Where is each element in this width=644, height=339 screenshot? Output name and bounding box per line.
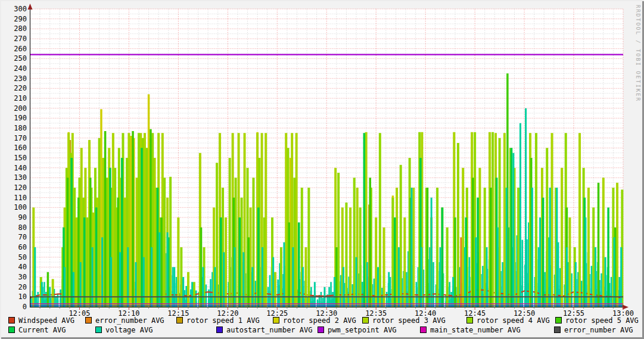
y-tick-label: 120 (14, 184, 27, 192)
legend-label: rotor speed 4 AVG (477, 316, 550, 325)
y-tick-label: 190 (14, 114, 27, 122)
legend-item-pwm_setpoint: pwm_setpoint AVG (318, 326, 397, 334)
legend-swatch-current (8, 326, 15, 333)
y-tick-label: 160 (14, 144, 27, 152)
y-tick-label: 280 (14, 24, 27, 33)
legend-swatch-rotor_speed_4 (466, 317, 473, 324)
legend-label: rotor speed 5 AVG (565, 316, 639, 325)
legend-item-voltage: voltage AVG (95, 326, 153, 334)
legend-item-rotor_speed_4: rotor speed 4 AVG (466, 317, 550, 325)
legend-item-rotor_speed_5: rotor speed 5 AVG (555, 317, 639, 325)
legend-item-current: Current AVG (8, 326, 66, 334)
legend-swatch-main_state_number (420, 326, 427, 333)
legend-item-rotor_speed_2: rotor speed 2 AVG (273, 317, 356, 325)
y-tick-label: 30 (18, 273, 27, 281)
y-tick-label: 230 (14, 74, 27, 83)
rrdtool-graph: 0102030405060708090100110120130140150160… (0, 0, 644, 339)
legend-item-rotor_speed_3: rotor speed 3 AVG (362, 317, 446, 325)
y-tick-label: 40 (18, 263, 27, 271)
y-tick-label: 150 (14, 154, 27, 162)
y-tick-label: 260 (14, 45, 27, 53)
y-tick-label: 250 (14, 54, 27, 63)
legend-label: main_state_number AVG (430, 326, 521, 334)
y-tick-label: 130 (14, 173, 27, 182)
legend-label: error_number AVG (95, 316, 164, 325)
y-axis-arrow (28, 4, 33, 10)
y-tick-label: 210 (14, 94, 27, 102)
legend-label: voltage AVG (105, 326, 153, 334)
legend-label: rotor speed 1 AVG (186, 316, 260, 325)
legend-label: rotor speed 3 AVG (372, 316, 446, 325)
legend-swatch-pwm_setpoint (318, 326, 324, 333)
legend-swatch-rotor_speed_1 (176, 317, 183, 324)
y-tick-label: 300 (14, 5, 27, 13)
legend-swatch-windspeed (8, 317, 15, 324)
y-tick-label: 200 (14, 104, 27, 113)
y-tick-label: 0 (23, 303, 27, 311)
legend-item-windspeed: Windspeed AVG (8, 317, 74, 325)
y-tick-label: 90 (18, 213, 27, 222)
legend-item-error_number: error_number AVG (85, 317, 164, 325)
y-tick-label: 180 (14, 124, 27, 132)
rrdtool-watermark: RRDTOOL / TOBI OETIKER (635, 5, 641, 102)
y-tick-label: 110 (14, 194, 27, 202)
legend-item-error_number_2: error_number AVG (554, 326, 633, 334)
timeseries-plot: 0102030405060708090100110120130140150160… (0, 0, 644, 339)
legend-item-rotor_speed_1: rotor speed 1 AVG (176, 317, 260, 325)
legend-swatch-autostart_number (216, 326, 223, 333)
legend-swatch-rotor_speed_3 (362, 317, 369, 324)
legend-swatch-error_number_2 (554, 326, 561, 333)
y-tick-label: 70 (18, 233, 27, 241)
y-tick-label: 100 (14, 203, 27, 212)
legend-label: pwm_setpoint AVG (328, 326, 397, 334)
legend-swatch-voltage (95, 326, 102, 333)
y-tick-label: 240 (14, 64, 27, 73)
y-tick-label: 80 (18, 223, 27, 232)
y-tick-label: 20 (18, 283, 27, 291)
legend-item-autostart_number: autostart_number AVG (216, 326, 313, 334)
y-tick-label: 10 (18, 293, 27, 301)
y-tick-label: 220 (14, 84, 27, 92)
y-tick-label: 140 (14, 164, 27, 172)
y-tick-label: 50 (18, 253, 27, 262)
legend-label: autostart_number AVG (226, 326, 313, 334)
legend-label: Current AVG (18, 326, 66, 334)
legend-swatch-rotor_speed_2 (273, 317, 279, 324)
legend-label: Windspeed AVG (18, 316, 74, 325)
legend-item-main_state_number: main_state_number AVG (420, 326, 521, 334)
y-axis-labels: 0102030405060708090100110120130140150160… (14, 5, 27, 311)
y-tick-label: 170 (14, 134, 27, 142)
legend-label: error_number AVG (564, 326, 633, 334)
legend-swatch-error_number (85, 317, 92, 324)
y-tick-label: 270 (14, 35, 27, 43)
y-tick-label: 60 (18, 243, 27, 251)
legend-swatch-rotor_speed_5 (555, 317, 562, 324)
y-tick-label: 290 (14, 15, 27, 23)
legend-label: rotor speed 2 AVG (283, 316, 356, 325)
